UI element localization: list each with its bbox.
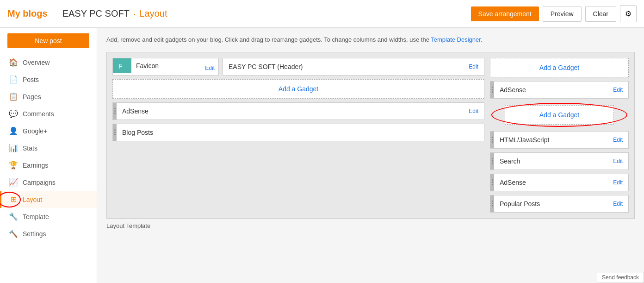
sidebar-item-settings[interactable]: 🔨 Settings <box>0 225 97 242</box>
campaigns-icon: 📈 <box>9 178 18 187</box>
header-actions: Save arrangement Preview Clear ⚙ <box>471 5 637 22</box>
sidebar-item-layout[interactable]: ⊞ Layout <box>0 191 97 208</box>
favicon-icon: F <box>113 58 131 73</box>
breadcrumb-separator: · <box>133 8 136 19</box>
html-js-edit[interactable]: Edit <box>613 137 623 143</box>
save-arrangement-button[interactable]: Save arrangement <box>471 6 539 21</box>
layout-canvas: F Favicon Edit EASY PC SOFT (Header) Edi… <box>106 52 635 219</box>
search-edit[interactable]: Edit <box>613 158 623 164</box>
app-body: New post 🏠 Overview 📄 Posts 📋 Pages 💬 Co… <box>0 28 644 283</box>
add-gadget-right-top-button[interactable]: Add a Gadget <box>490 58 629 77</box>
adsense-left-label: AdSense <box>122 107 149 115</box>
stats-icon: 📊 <box>9 144 18 152</box>
app-header: My blogs EASY PC SOFT · Layout Save arra… <box>0 0 644 28</box>
sidebar-item-campaigns[interactable]: 📈 Campaigns <box>0 174 97 191</box>
html-js-content: HTML/JavaScript Edit <box>494 132 628 148</box>
adsense-right-top-drag-handle[interactable] <box>490 82 494 98</box>
breadcrumb: EASY PC SOFT · Layout <box>62 8 464 19</box>
clear-button[interactable]: Clear <box>585 6 616 22</box>
info-bar: Add, remove and edit gadgets on your blo… <box>106 35 635 44</box>
favicon-title: Favicon <box>131 58 201 73</box>
favicon-edit-link[interactable]: Edit <box>201 63 218 73</box>
adsense-right-top-content: AdSense Edit <box>494 82 628 98</box>
pages-icon: 📋 <box>9 92 18 101</box>
adsense-right2-label: AdSense <box>500 179 526 186</box>
adsense-right2-drag-handle[interactable] <box>490 174 494 191</box>
template-designer-link[interactable]: Template Designer. <box>431 36 482 43</box>
sidebar: New post 🏠 Overview 📄 Posts 📋 Pages 💬 Co… <box>0 28 97 283</box>
sidebar-item-template[interactable]: 🔧 Template <box>0 208 97 225</box>
blog-posts-label: Blog Posts <box>122 129 153 136</box>
main-content: Add, remove and edit gadgets on your blo… <box>97 28 644 283</box>
new-post-button[interactable]: New post <box>7 33 89 48</box>
adsense-right-top-edit[interactable]: Edit <box>613 87 623 93</box>
header-title: EASY PC SOFT (Header) <box>229 63 303 70</box>
adsense-right2-content: AdSense Edit <box>494 174 628 191</box>
adsense-left-gadget: AdSense Edit <box>112 102 484 120</box>
info-text: Add, remove and edit gadgets on your blo… <box>106 36 431 43</box>
sidebar-item-googleplus[interactable]: 👤 Google+ <box>0 122 97 139</box>
html-js-label: HTML/JavaScript <box>500 136 549 144</box>
preview-button[interactable]: Preview <box>543 6 582 22</box>
comments-icon: 💬 <box>9 109 18 118</box>
layout-right-column: Add a Gadget AdSense Edit Add a <box>490 58 629 213</box>
home-icon: 🏠 <box>9 58 18 67</box>
posts-icon: 📄 <box>9 75 18 84</box>
popular-posts-gadget: Popular Posts Edit <box>490 195 629 213</box>
blog-posts-gadget: Blog Posts <box>112 124 484 141</box>
drag-handle[interactable] <box>113 103 117 119</box>
popular-posts-edit[interactable]: Edit <box>613 201 623 207</box>
popular-posts-content: Popular Posts Edit <box>494 195 628 212</box>
layout-template-label: Layout Template <box>106 222 635 229</box>
search-label: Search <box>500 157 520 165</box>
search-gadget: Search Edit <box>490 152 629 170</box>
page-name: Layout <box>139 8 167 19</box>
svg-text:F: F <box>118 63 123 70</box>
sidebar-item-stats[interactable]: 📊 Stats <box>0 139 97 157</box>
adsense-right2-edit[interactable]: Edit <box>613 179 623 186</box>
layout-icon: ⊞ <box>9 195 18 204</box>
send-feedback-button[interactable]: Send feedback <box>597 272 644 283</box>
sidebar-item-comments[interactable]: 💬 Comments <box>0 105 97 122</box>
add-gadget-circled-container: Add a Gadget <box>490 102 629 127</box>
popular-posts-drag-handle[interactable] <box>490 195 494 212</box>
googleplus-icon: 👤 <box>9 126 18 135</box>
blog-posts-content: Blog Posts <box>117 124 484 141</box>
sidebar-item-posts[interactable]: 📄 Posts <box>0 71 97 88</box>
earnings-icon: 🏆 <box>9 161 18 170</box>
html-js-drag-handle[interactable] <box>490 132 494 148</box>
adsense-left-content: AdSense Edit <box>117 103 484 119</box>
header-gadget: EASY PC SOFT (Header) Edit <box>223 58 484 75</box>
html-javascript-gadget: HTML/JavaScript Edit <box>490 131 629 149</box>
adsense-left-edit[interactable]: Edit <box>469 108 478 114</box>
add-gadget-1-button[interactable]: Add a Gadget <box>112 79 484 99</box>
search-drag-handle[interactable] <box>490 153 494 170</box>
site-name: EASY PC SOFT <box>62 8 130 19</box>
header-edit-link[interactable]: Edit <box>469 63 478 70</box>
brand-link[interactable]: My blogs <box>7 8 48 19</box>
sidebar-item-pages[interactable]: 📋 Pages <box>0 88 97 105</box>
favicon-gadget: F Favicon Edit <box>112 58 219 75</box>
layout-left-column: F Favicon Edit EASY PC SOFT (Header) Edi… <box>112 58 484 213</box>
template-icon: 🔧 <box>9 212 18 221</box>
blog-posts-drag-handle[interactable] <box>113 124 117 141</box>
settings-gear-button[interactable]: ⚙ <box>620 5 637 22</box>
add-gadget-circled-button[interactable]: Add a Gadget <box>505 105 614 125</box>
popular-posts-label: Popular Posts <box>500 200 540 208</box>
settings-icon: 🔨 <box>9 229 18 238</box>
sidebar-item-overview[interactable]: 🏠 Overview <box>0 54 97 71</box>
adsense-right-top-gadget: AdSense Edit <box>490 81 629 99</box>
sidebar-item-earnings[interactable]: 🏆 Earnings <box>0 157 97 174</box>
adsense-right-top-label: AdSense <box>500 86 526 94</box>
search-content: Search Edit <box>494 153 628 170</box>
adsense-right2-gadget: AdSense Edit <box>490 174 629 191</box>
